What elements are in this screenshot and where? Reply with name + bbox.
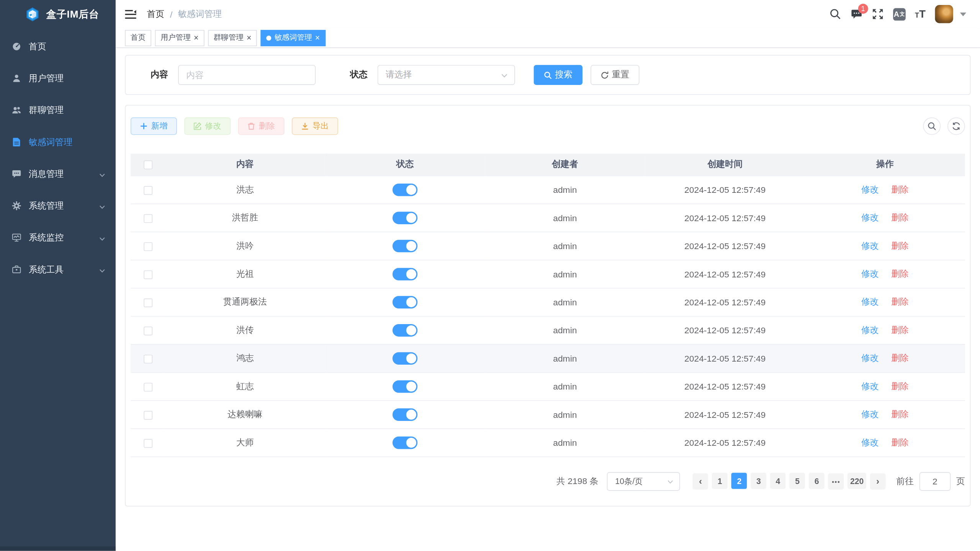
status-switch[interactable]	[393, 183, 417, 196]
select-all-checkbox[interactable]	[144, 161, 152, 170]
row-delete-link[interactable]: 删除	[891, 268, 909, 278]
status-switch[interactable]	[393, 211, 417, 224]
status-switch[interactable]	[393, 408, 417, 421]
tab-sensitive-words[interactable]: 敏感词管理 ×	[261, 30, 326, 46]
sidebar-item-users[interactable]: 用户管理	[0, 62, 116, 94]
sidebar-item-label: 群聊管理	[29, 104, 64, 116]
page-button[interactable]: 1	[712, 473, 728, 489]
page-button[interactable]: 2	[731, 473, 747, 489]
status-select[interactable]: 请选择	[378, 65, 515, 85]
column-header-content: 内容	[165, 153, 325, 175]
sidebar-item-sensitive-words[interactable]: 敏感词管理	[0, 126, 116, 158]
row-checkbox[interactable]	[144, 326, 152, 335]
row-edit-link[interactable]: 修改	[861, 409, 879, 419]
row-edit-link[interactable]: 修改	[861, 212, 879, 222]
sidebar-item-system-admin[interactable]: 系统管理	[0, 190, 116, 222]
row-edit-link[interactable]: 修改	[861, 324, 879, 334]
row-edit-link[interactable]: 修改	[861, 381, 879, 391]
close-icon[interactable]: ×	[194, 34, 198, 42]
close-icon[interactable]: ×	[247, 34, 251, 42]
message-notification-icon[interactable]: 1	[851, 8, 862, 20]
breadcrumb-home[interactable]: 首页	[147, 8, 165, 20]
page-button[interactable]: 6	[809, 473, 825, 489]
reset-button[interactable]: 重置	[591, 65, 639, 85]
row-checkbox[interactable]	[144, 270, 152, 279]
page-button[interactable]: 4	[770, 473, 786, 489]
tab-home[interactable]: 首页	[125, 30, 151, 46]
row-edit-link[interactable]: 修改	[861, 437, 879, 447]
row-edit-link[interactable]: 修改	[861, 296, 879, 306]
tag-tabs-bar: 首页 用户管理 × 群聊管理 × 敏感词管理 ×	[116, 28, 980, 48]
close-icon[interactable]: ×	[315, 34, 320, 42]
row-checkbox[interactable]	[144, 411, 152, 419]
user-avatar[interactable]	[935, 5, 953, 23]
search-icon[interactable]	[829, 8, 841, 20]
row-delete-link[interactable]: 删除	[891, 381, 909, 391]
table-row: 洪哲胜 admin 2024-12-05 12:57:49 修改 删除	[131, 204, 965, 231]
row-edit-link[interactable]: 修改	[861, 352, 879, 362]
row-edit-link[interactable]: 修改	[861, 240, 879, 250]
edit-button[interactable]: 修改	[184, 117, 231, 135]
page-button[interactable]: 3	[751, 473, 767, 489]
status-switch[interactable]	[393, 352, 417, 365]
page-button[interactable]: 220	[847, 473, 866, 489]
row-delete-link[interactable]: 删除	[891, 352, 909, 362]
status-switch[interactable]	[393, 267, 417, 280]
sidebar-item-home[interactable]: 首页	[0, 31, 116, 62]
status-switch[interactable]	[393, 240, 417, 252]
cell-content: 大师	[165, 429, 325, 456]
row-delete-link[interactable]: 删除	[891, 296, 909, 306]
sidebar-item-messages[interactable]: 消息管理	[0, 158, 116, 190]
add-button[interactable]: 新增	[131, 117, 177, 135]
row-checkbox[interactable]	[144, 242, 152, 251]
row-delete-link[interactable]: 删除	[891, 212, 909, 222]
row-delete-link[interactable]: 删除	[891, 184, 909, 194]
page-size-select[interactable]: 10条/页	[607, 472, 680, 491]
sidebar-item-system-tools[interactable]: 系统工具	[0, 254, 116, 285]
row-edit-link[interactable]: 修改	[861, 268, 879, 278]
sidebar-bottom-strip	[0, 546, 116, 551]
page-jump-input[interactable]	[919, 472, 951, 491]
row-checkbox[interactable]	[144, 354, 152, 363]
show-search-toggle-button[interactable]	[923, 117, 941, 135]
message-icon	[12, 169, 21, 178]
content-input[interactable]	[178, 65, 316, 85]
row-delete-link[interactable]: 删除	[891, 324, 909, 334]
language-switch-icon[interactable]: A文	[893, 8, 906, 20]
delete-button[interactable]: 删除	[238, 117, 285, 135]
group-icon	[12, 106, 21, 115]
next-page-button[interactable]: ›	[870, 473, 886, 489]
export-button[interactable]: 导出	[292, 117, 338, 135]
avatar-dropdown-caret-icon[interactable]	[960, 12, 966, 16]
refresh-table-button[interactable]	[947, 117, 965, 135]
tab-user-management[interactable]: 用户管理 ×	[155, 30, 204, 46]
search-button[interactable]: 搜索	[534, 65, 582, 85]
row-delete-link[interactable]: 删除	[891, 437, 909, 447]
sidebar-item-groups[interactable]: 群聊管理	[0, 94, 116, 126]
prev-page-button[interactable]: ‹	[693, 473, 708, 489]
plus-icon	[140, 122, 148, 130]
row-checkbox[interactable]	[144, 214, 152, 223]
status-switch[interactable]	[393, 436, 417, 449]
row-checkbox[interactable]	[144, 383, 152, 391]
sidebar-item-label: 系统管理	[29, 200, 64, 211]
cell-creator: admin	[485, 288, 645, 316]
sidebar-collapse-icon[interactable]	[125, 9, 136, 19]
row-edit-link[interactable]: 修改	[861, 184, 879, 194]
row-checkbox[interactable]	[144, 298, 152, 307]
fullscreen-icon[interactable]	[872, 8, 883, 20]
font-size-icon[interactable]: TT	[915, 9, 926, 18]
row-checkbox[interactable]	[144, 439, 152, 448]
row-checkbox[interactable]	[144, 186, 152, 195]
page-button[interactable]: 5	[790, 473, 805, 489]
row-delete-link[interactable]: 删除	[891, 240, 909, 250]
row-delete-link[interactable]: 删除	[891, 409, 909, 419]
status-switch[interactable]	[393, 324, 417, 336]
status-switch[interactable]	[393, 296, 417, 308]
tab-group-management[interactable]: 群聊管理 ×	[208, 30, 257, 46]
sidebar-item-system-monitor[interactable]: 系统监控	[0, 222, 116, 253]
more-pages-button[interactable]: •••	[828, 473, 844, 489]
pagination: 共 2198 条 10条/页 ‹ 123456•••220 › 前往 页	[131, 472, 965, 491]
status-switch[interactable]	[393, 380, 417, 393]
sidebar-item-label: 消息管理	[29, 168, 64, 179]
